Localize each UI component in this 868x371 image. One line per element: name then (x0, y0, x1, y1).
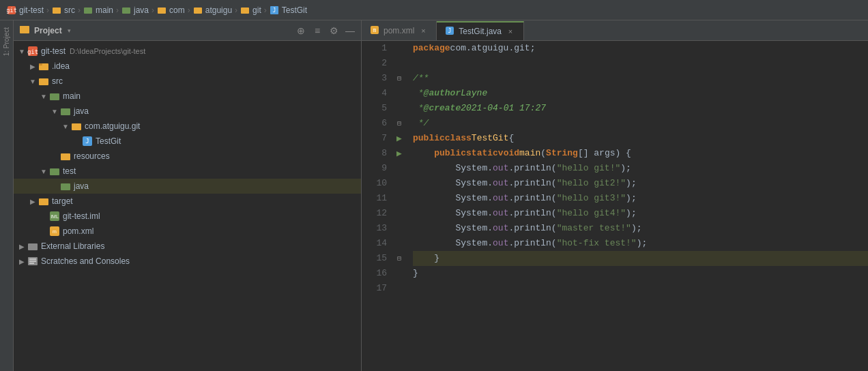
breadcrumb-com[interactable]: com (169, 5, 185, 15)
crosshair-icon[interactable]: ⊕ (295, 25, 306, 36)
test-folder-icon (49, 166, 60, 177)
fold-icon-6[interactable]: ⊟ (397, 116, 401, 131)
svg-text:git: git (27, 48, 38, 55)
tree-item-java-test[interactable]: ▶ java (14, 179, 361, 194)
breadcrumb-testgit[interactable]: TestGit (282, 5, 307, 15)
svg-rect-5 (158, 8, 166, 14)
tree-item-test[interactable]: ▼ test (14, 164, 361, 179)
breadcrumb-java[interactable]: java (134, 5, 149, 15)
tree-item-pkg[interactable]: ▼ com.atguigu.git (14, 119, 361, 134)
code-editor: m pom.xml × J TestGit.java × 12345 67891… (362, 20, 868, 371)
tree-item-pom[interactable]: ▶ m pom.xml (14, 224, 361, 239)
project-dropdown-arrow[interactable]: ▾ (68, 27, 71, 34)
code-line-4: * @author Layne (413, 86, 868, 101)
minimize-icon[interactable]: — (345, 25, 356, 36)
code-line-2 (413, 56, 868, 71)
code-line-11: System.out.println("hello git3!"); (413, 191, 868, 206)
tree-item-resources[interactable]: ▶ resources (14, 149, 361, 164)
breadcrumb-main[interactable]: main (96, 5, 113, 15)
svg-rect-22 (61, 153, 70, 160)
pom-xml-tab-icon: m (370, 25, 379, 37)
code-content[interactable]: 12345 678910 1112131415 1617 ⊟ ⊟ ▶ ▶ (362, 41, 868, 371)
code-line-8: public static void main(String[] args) { (413, 146, 868, 161)
fold-icon-3[interactable]: ⊟ (397, 71, 401, 86)
scratches-label: Scratches and Consoles (41, 256, 130, 266)
code-line-3: /** (413, 71, 868, 86)
settings-icon[interactable]: ⚙ (328, 25, 339, 36)
tree-item-scratches[interactable]: ▶ Scratches and Consoles (14, 254, 361, 269)
tree-item-target[interactable]: ▶ target (14, 194, 361, 209)
svg-text:m: m (373, 27, 377, 33)
arrow-src: ▼ (27, 76, 38, 87)
git-test-label: git-test (41, 46, 66, 56)
tree-item-git-test[interactable]: ▼ git git-test D:\IdeaProjects\git-test (14, 44, 361, 59)
code-lines[interactable]: package com.atguigu.git; /** * @author L… (406, 41, 868, 371)
sidebar-strip: 1: Project (0, 20, 14, 371)
tree-item-main[interactable]: ▼ main (14, 89, 361, 104)
svg-rect-11 (20, 26, 24, 28)
code-line-9: System.out.println("hello git!"); (413, 161, 868, 176)
pkg-folder-icon (71, 121, 82, 132)
git-test-path: D:\IdeaProjects\git-test (70, 47, 145, 55)
arrow-main: ▼ (38, 91, 49, 102)
kw-package: package (413, 41, 450, 56)
project-panel-header: Project ▾ ⊕ ≡ ⚙ — (14, 20, 361, 41)
breadcrumb-git-test[interactable]: git-test (19, 5, 44, 15)
idea-label: .idea (52, 61, 70, 71)
code-line-5: * @create 2021-04-01 17:27 (413, 101, 868, 116)
tree-item-src[interactable]: ▼ src (14, 74, 361, 89)
code-line-15: } (413, 251, 868, 266)
tree-item-ext-libs[interactable]: ▶ External Libraries (14, 239, 361, 254)
main-folder-icon (83, 5, 93, 15)
breadcrumb-atguigu[interactable]: atguigu (205, 5, 232, 15)
tab-testgit-label: TestGit.java (459, 27, 502, 36)
tab-pom-close[interactable]: × (418, 26, 428, 35)
src-folder-icon (38, 76, 49, 87)
tree-item-java[interactable]: ▼ java (14, 104, 361, 119)
arrow-git-test: ▼ (16, 46, 27, 57)
svg-rect-24 (61, 183, 70, 190)
pkg-label: com.atguigu.git (85, 121, 140, 131)
project-header-actions: ⊕ ≡ ⚙ — (295, 25, 356, 36)
testgit-tab-icon: J (445, 26, 454, 38)
arrow-scratches: ▶ (16, 256, 27, 267)
svg-text:IML: IML (50, 214, 59, 219)
svg-rect-15 (39, 63, 42, 65)
project-panel: Project ▾ ⊕ ≡ ⚙ — ▼ git git-test D:\Idea… (14, 20, 362, 371)
arrow-ext-libs: ▶ (16, 241, 27, 252)
target-folder-icon (38, 196, 49, 207)
tree-item-idea[interactable]: ▶ .idea (14, 59, 361, 74)
resources-label: resources (74, 151, 110, 161)
test-label: test (63, 166, 76, 176)
iml-icon: IML (49, 211, 60, 222)
testgit-file-icon: J (270, 5, 279, 15)
tree-item-iml[interactable]: ▶ IML git-test.iml (14, 209, 361, 224)
breadcrumb-src[interactable]: src (64, 5, 75, 15)
resources-folder-icon (60, 151, 71, 162)
src-label: src (52, 76, 63, 86)
project-tree: ▼ git git-test D:\IdeaProjects\git-test … (14, 41, 361, 371)
tab-testgit-close[interactable]: × (506, 27, 515, 36)
git-icon: git (7, 5, 16, 15)
collapse-icon[interactable]: ≡ (312, 25, 323, 36)
svg-text:J: J (272, 8, 276, 14)
gutter: ⊟ ⊟ ▶ ▶ ⊟ (392, 41, 406, 371)
line-numbers: 12345 678910 1112131415 1617 (362, 41, 392, 371)
tab-testgit-java[interactable]: J TestGit.java × (437, 21, 524, 40)
fold-icon-15[interactable]: ⊟ (397, 251, 401, 266)
svg-text:m: m (53, 229, 57, 234)
tree-item-testgit[interactable]: ▶ J TestGit (14, 134, 361, 149)
editor-tabs: m pom.xml × J TestGit.java × (362, 20, 868, 41)
tab-pom-xml[interactable]: m pom.xml × (362, 21, 437, 40)
arrow-idea: ▶ (27, 61, 38, 72)
project-title[interactable]: Project (34, 26, 62, 35)
svg-rect-16 (39, 78, 48, 85)
src-folder-icon (52, 5, 61, 15)
svg-rect-7 (241, 8, 249, 14)
breadcrumb-git[interactable]: git (252, 5, 261, 15)
java-test-folder-icon (60, 181, 71, 192)
arrow-pkg: ▼ (60, 121, 71, 132)
run-icon-8[interactable]: ▶ (396, 146, 402, 161)
sidebar-project-label[interactable]: 1: Project (3, 27, 10, 56)
run-icon-7[interactable]: ▶ (396, 131, 402, 146)
